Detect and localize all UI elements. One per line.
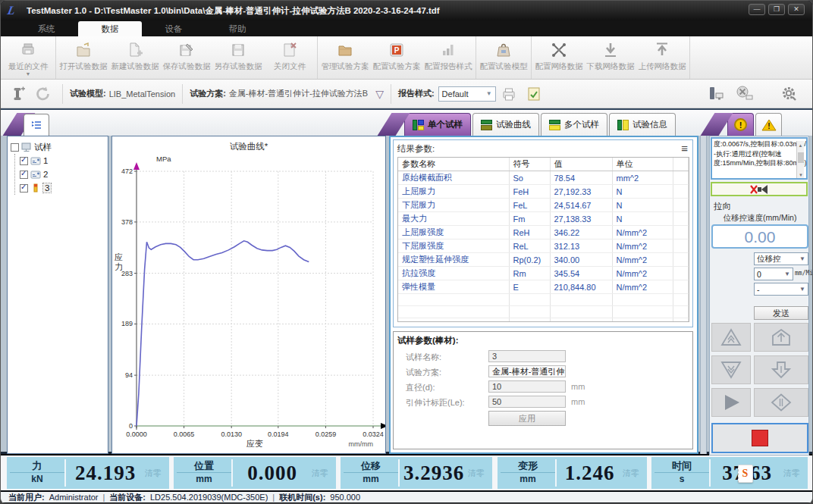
toolbar-button-config-report[interactable]: 配置报告样式 (422, 36, 474, 79)
result-cell: 78.54 (550, 171, 612, 185)
send-button[interactable]: 发送 (754, 306, 808, 320)
result-params-title: 结果参数: (397, 143, 435, 155)
menu-tab-2[interactable]: 数据 (78, 21, 142, 36)
close-button[interactable]: ✕ (788, 4, 805, 15)
tab-4[interactable]: 试验信息 (609, 113, 676, 136)
toolbar-button-manage-scheme[interactable]: 管理试验方案 (319, 36, 371, 79)
field-input[interactable]: 3 (488, 350, 566, 362)
chart-x-label: 应变 (246, 439, 263, 448)
result-row[interactable]: 弹性模量E210,844.80N/mm^2 (398, 280, 689, 294)
toolbar-button-recent-files[interactable]: 最近的文件▼ (2, 36, 54, 79)
process-log[interactable]: 度:0.0067/s,控制目标:0.03mm/mm)-执行:通用过程(控制速度:… (711, 137, 808, 180)
apply-button[interactable]: 应用 (488, 411, 566, 426)
clear-button[interactable]: 清零 (783, 468, 805, 479)
toolbar-button-open-data[interactable]: 打开试验数据 (58, 36, 109, 79)
checkbox[interactable] (11, 143, 19, 152)
device-icon[interactable] (706, 86, 726, 102)
report-style-select[interactable]: Default▼ (438, 86, 496, 102)
toolbar-button-upload-network[interactable]: 上传网络数据 (636, 36, 688, 79)
tab-warning[interactable]: ! (755, 113, 782, 136)
result-cell: N (612, 199, 673, 212)
result-row[interactable]: 规定塑性延伸强度Rp(0.2)340.00N/mm^2 (398, 253, 689, 267)
tree-tab-icon[interactable] (24, 114, 49, 136)
tab-alarm[interactable]: ! (727, 113, 754, 136)
minimize-button[interactable]: — (749, 4, 765, 15)
tree-item-label[interactable]: 试样 (34, 142, 52, 153)
save-as-data-icon (229, 40, 247, 60)
field-input[interactable]: 50 (488, 396, 566, 408)
results-menu-icon[interactable]: ≡ (681, 142, 688, 155)
tree-item-label[interactable]: 1 (43, 156, 48, 165)
panel-splitter[interactable] (700, 136, 707, 454)
disconnect-icon[interactable] (735, 86, 755, 102)
toolbar-button-close-file[interactable]: 关闭文件 (264, 36, 315, 79)
reset-position-button[interactable] (754, 388, 808, 417)
config-report-icon (439, 40, 457, 60)
toolbar-button-save-as-data[interactable]: 另存试验数据 (212, 36, 264, 79)
toolbar-button-config-network[interactable]: 配置网络数据 (533, 36, 585, 79)
jog-move-down-button[interactable] (754, 355, 808, 384)
checkbox[interactable] (20, 171, 28, 179)
svg-text:189: 189 (121, 320, 133, 327)
tree-item-2[interactable]: 2 (20, 167, 105, 181)
setpoint-input[interactable]: 0▼ (754, 268, 793, 280)
result-row[interactable]: 上屈服力FeH27,192.33N (398, 185, 689, 199)
jog-move-down-icon (770, 360, 793, 380)
jog-fast-up-button[interactable] (711, 323, 751, 352)
toolbar-group: 最近的文件▼ (1, 36, 56, 79)
field-input[interactable]: 10 (488, 380, 566, 393)
tab-label: 试验曲线 (496, 119, 531, 130)
jog-fast-down-button[interactable] (711, 355, 751, 384)
tree-root-specimen[interactable]: 试样 (11, 140, 105, 154)
tree-item-1[interactable]: 1 (20, 154, 105, 167)
menu-tab-1[interactable]: 系统 (14, 21, 78, 36)
alarm-mute-button[interactable] (711, 182, 808, 196)
toolbar-button-new-data[interactable]: 新建试验数据 (109, 36, 161, 79)
checkbox[interactable] (20, 157, 28, 165)
tab-3[interactable]: 多个试样 (541, 113, 607, 136)
result-row[interactable]: 最大力Fm27,138.33N (398, 212, 689, 226)
svg-text:0.0324: 0.0324 (363, 430, 384, 438)
printer-icon[interactable] (501, 86, 517, 102)
clear-button[interactable]: 清零 (468, 468, 489, 479)
clear-button[interactable]: 清零 (145, 468, 166, 479)
tab-2[interactable]: 试验曲线 (472, 113, 539, 136)
result-row[interactable]: 上屈服强度ReH346.22N/mm^2 (398, 226, 689, 239)
tree-item-label[interactable]: 2 (43, 170, 48, 179)
run-button[interactable] (711, 388, 751, 417)
tree-item-3[interactable]: 3 (20, 181, 105, 195)
toolbar-button-config-model[interactable]: 配置试验模型 (478, 36, 529, 79)
menu-tab-4[interactable]: 帮助 (206, 21, 269, 36)
aux-select[interactable]: -▼ (754, 283, 808, 296)
settings-icon[interactable] (780, 85, 799, 103)
stop-icon (752, 430, 768, 446)
result-row[interactable]: 下屈服力FeL24,514.67N (398, 199, 689, 212)
toolbar-button-config-scheme[interactable]: P配置试验方案 (371, 36, 422, 79)
tree-item-label[interactable]: 3 (43, 183, 51, 193)
clear-button[interactable]: 清零 (623, 468, 644, 479)
result-row[interactable]: 下屈服强度ReL312.13N/mm^2 (398, 239, 689, 253)
control-mode-select[interactable]: 位移控▼ (754, 252, 808, 265)
control-panel: 度:0.0067/s,控制目标:0.03mm/mm)-执行:通用过程(控制速度:… (709, 136, 809, 455)
result-row[interactable]: 抗拉强度Rm345.54N/mm^2 (398, 267, 689, 280)
clear-button[interactable]: 清零 (312, 468, 333, 479)
toolbar-button-download-network[interactable]: 下载网络数据 (585, 36, 636, 79)
menu-tab-3[interactable]: 设备 (142, 21, 206, 36)
tab-1[interactable]: 单个试样 (404, 113, 471, 136)
jog-return-up-button[interactable] (754, 323, 808, 352)
link-axes-icon[interactable] (10, 86, 25, 102)
checkbox[interactable] (20, 184, 28, 193)
column-header: 单位 (612, 158, 673, 171)
report-style-icon[interactable] (526, 86, 541, 102)
field-input[interactable]: 金属-棒材-普通引伸计-拉 (488, 365, 566, 377)
toolbar-button-save-data[interactable]: 保存试验数据 (161, 36, 212, 79)
stop-button[interactable] (711, 423, 808, 453)
result-cell: N/mm^2 (612, 267, 673, 280)
restore-button[interactable]: ❐ (768, 4, 785, 15)
result-row[interactable]: 原始横截面积So78.54mm^2 (398, 171, 689, 185)
refresh-icon[interactable] (34, 86, 51, 102)
scheme-dropdown-icon[interactable]: ▽ (375, 88, 384, 100)
chart-y-axis-title: 应力 (114, 252, 124, 272)
log-scrollbar[interactable]: ▲▼ (796, 141, 804, 180)
measure-label: 位移 (344, 459, 398, 473)
